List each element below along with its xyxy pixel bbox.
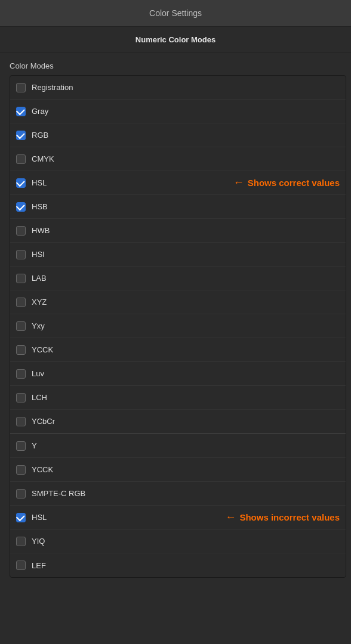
list-item[interactable]: LAB — [10, 267, 346, 290]
checkbox-smpte-c-rgb[interactable] — [16, 489, 26, 499]
label-registration: Registration — [32, 83, 340, 92]
checkbox-ycbcr[interactable] — [16, 417, 26, 426]
list-item[interactable]: LEF — [10, 553, 346, 577]
label-luv: Luv — [32, 369, 340, 378]
checkbox-hwb[interactable] — [16, 226, 26, 236]
list-scroll[interactable]: RegistrationGrayRGBCMYKHSL← Shows correc… — [10, 76, 346, 577]
list-item[interactable]: XYZ — [10, 290, 346, 314]
label-ycck-1: YCCK — [32, 345, 340, 354]
list-item[interactable]: Luv — [10, 362, 346, 386]
checkbox-yxy[interactable] — [16, 321, 26, 331]
checkbox-yiq[interactable] — [16, 537, 26, 546]
label-lef: LEF — [32, 561, 340, 570]
list-item[interactable]: HSL← Shows correct values — [10, 171, 346, 195]
list-item[interactable]: YCCK — [10, 338, 346, 362]
checkbox-hsi[interactable] — [16, 250, 26, 259]
label-hsb: HSB — [32, 202, 340, 211]
checkbox-registration[interactable] — [16, 83, 26, 92]
list-item[interactable]: Yxy — [10, 314, 346, 338]
list-item[interactable]: SMPTE-C RGB — [10, 482, 346, 506]
checkbox-luv[interactable] — [16, 369, 26, 379]
list-item[interactable]: YIQ — [10, 530, 346, 553]
label-rgb: RGB — [32, 131, 340, 140]
label-yiq: YIQ — [32, 537, 340, 546]
annotation-hsl-incorrect: ← Shows incorrect values — [225, 511, 340, 524]
label-hsl-correct: HSL — [32, 178, 227, 187]
list-item[interactable]: HSB — [10, 195, 346, 219]
color-modes-label: Color Modes — [0, 53, 351, 75]
label-y: Y — [32, 441, 340, 450]
list-item[interactable]: Y — [10, 434, 346, 458]
list-item[interactable]: YCCK — [10, 458, 346, 482]
list-container: RegistrationGrayRGBCMYKHSL← Shows correc… — [10, 75, 346, 578]
checkbox-y[interactable] — [16, 441, 26, 451]
checkbox-ycck-2[interactable] — [16, 465, 26, 475]
list-item[interactable]: CMYK — [10, 147, 346, 171]
section-header-text: Numeric Color Modes — [136, 35, 215, 44]
label-lch: LCH — [32, 393, 340, 402]
checkbox-gray[interactable] — [16, 107, 26, 116]
label-smpte-c-rgb: SMPTE-C RGB — [32, 489, 340, 498]
label-hsi: HSI — [32, 250, 340, 259]
checkbox-ycck-1[interactable] — [16, 345, 26, 355]
checkbox-lef[interactable] — [16, 561, 26, 570]
list-item[interactable]: HSL← Shows incorrect values — [10, 506, 346, 530]
label-hsl-incorrect: HSL — [32, 513, 219, 522]
title-bar: Color Settings — [0, 0, 351, 27]
checkbox-hsl-incorrect[interactable] — [16, 513, 26, 522]
arrow-icon: ← — [225, 511, 236, 524]
list-item[interactable]: LCH — [10, 386, 346, 410]
annotation-hsl-correct: ← Shows correct values — [233, 177, 340, 189]
label-yxy: Yxy — [32, 321, 340, 330]
list-item[interactable]: YCbCr — [10, 410, 346, 434]
label-ycck-2: YCCK — [32, 465, 340, 474]
label-lab: LAB — [32, 274, 340, 283]
section-header: Numeric Color Modes — [0, 27, 351, 53]
label-hwb: HWB — [32, 226, 340, 235]
list-item[interactable]: Gray — [10, 100, 346, 123]
checkbox-hsl-correct[interactable] — [16, 178, 26, 188]
label-ycbcr: YCbCr — [32, 417, 340, 426]
label-gray: Gray — [32, 107, 340, 116]
arrow-icon: ← — [233, 177, 244, 189]
checkbox-lch[interactable] — [16, 393, 26, 402]
list-item[interactable]: RGB — [10, 123, 346, 147]
list-item[interactable]: Registration — [10, 76, 346, 100]
title-text: Color Settings — [149, 8, 202, 18]
checkbox-xyz[interactable] — [16, 298, 26, 307]
label-cmyk: CMYK — [32, 154, 340, 163]
checkbox-rgb[interactable] — [16, 131, 26, 140]
checkbox-lab[interactable] — [16, 274, 26, 283]
list-item[interactable]: HSI — [10, 243, 346, 267]
list-item[interactable]: HWB — [10, 219, 346, 243]
checkbox-hsb[interactable] — [16, 202, 26, 212]
label-xyz: XYZ — [32, 298, 340, 306]
checkbox-cmyk[interactable] — [16, 154, 26, 164]
